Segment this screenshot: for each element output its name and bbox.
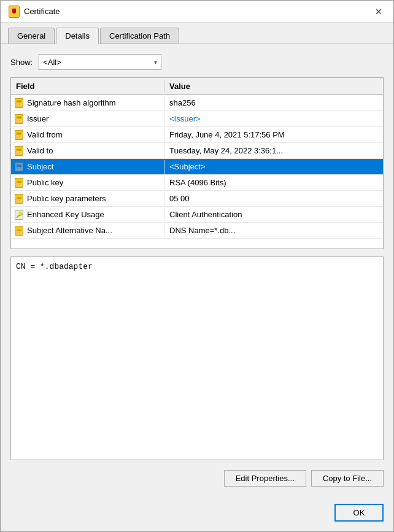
row-field-public-key: Public key <box>11 176 164 190</box>
row-field-valid-to: Valid to <box>11 144 164 158</box>
row-field-subject-alt: Subject Alternative Na... <box>11 224 164 237</box>
cert-icon <box>8 6 20 18</box>
edit-properties-button[interactable]: Edit Properties... <box>224 470 306 487</box>
tab-general[interactable]: General <box>8 28 55 44</box>
row-value-issuer: <Issuer> <box>164 113 383 125</box>
table-row[interactable]: Public key RSA (4096 Bits) <box>11 175 383 191</box>
row-value-subject: <Subject> <box>164 161 383 172</box>
doc-icon <box>14 114 25 125</box>
tab-details[interactable]: Details <box>56 28 99 44</box>
show-select-value: <All> <box>43 58 61 67</box>
doc-icon <box>14 177 25 188</box>
table-row[interactable]: Public key parameters 05 00 <box>11 191 383 207</box>
doc-icon <box>14 129 25 141</box>
table-row[interactable]: Valid to Tuesday, May 24, 2022 3:36:1... <box>11 143 383 159</box>
ok-button[interactable]: OK <box>334 504 384 522</box>
certificate-dialog: Certificate ✕ General Details Certificat… <box>0 0 394 532</box>
action-buttons: Edit Properties... Copy to File... <box>10 468 384 489</box>
row-field-enhanced-key: 🔑 Enhanced Key Usage <box>11 208 164 222</box>
copy-to-file-button[interactable]: Copy to File... <box>311 470 384 487</box>
row-value-enhanced-key: Client Authentication <box>164 209 383 220</box>
doc-blue-icon <box>14 161 25 172</box>
doc-icon <box>14 145 25 156</box>
chevron-down-icon: ▾ <box>154 59 157 66</box>
row-field-valid-from: Valid from <box>11 128 164 142</box>
doc-icon <box>14 193 25 204</box>
col-value-header: Value <box>164 80 383 92</box>
row-field-sig-hash: Signature hash algorithm <box>11 96 164 110</box>
title-bar: Certificate ✕ <box>1 1 393 23</box>
row-value-valid-from: Friday, June 4, 2021 5:17:56 PM <box>164 129 383 141</box>
table-row[interactable]: Valid from Friday, June 4, 2021 5:17:56 … <box>11 127 383 143</box>
table-row-selected[interactable]: Subject <Subject> <box>11 159 383 175</box>
ok-row: OK <box>1 499 393 531</box>
show-row: Show: <All> ▾ <box>10 54 384 70</box>
table-row[interactable]: 🔑 Enhanced Key Usage Client Authenticati… <box>11 207 383 223</box>
row-field-issuer: Issuer <box>11 112 164 126</box>
dialog-title: Certificate <box>24 7 60 16</box>
row-value-public-key: RSA (4096 Bits) <box>164 177 383 188</box>
row-field-public-key-params: Public key parameters <box>11 192 164 206</box>
detail-box: CN = *.dbadapter <box>10 256 384 460</box>
row-value-valid-to: Tuesday, May 24, 2022 3:36:1... <box>164 145 383 156</box>
row-field-subject: Subject <box>11 160 164 174</box>
row-value-sig-hash: sha256 <box>164 97 383 109</box>
tab-bar: General Details Certification Path <box>1 23 393 44</box>
field-table: Field Value Signature hash algorithm sha… <box>10 77 384 249</box>
row-value-public-key-params: 05 00 <box>164 193 383 204</box>
dialog-content: Show: <All> ▾ Field Value Signatur <box>1 44 393 499</box>
detail-content: CN = *.dbadapter <box>16 262 93 271</box>
table-row[interactable]: Issuer <Issuer> <box>11 111 383 127</box>
table-row[interactable]: Subject Alternative Na... DNS Name=*.db.… <box>11 223 383 239</box>
doc-icon <box>14 225 25 236</box>
table-header: Field Value <box>11 78 383 95</box>
show-select[interactable]: <All> ▾ <box>39 54 161 70</box>
show-label: Show: <box>10 58 33 67</box>
table-body: Signature hash algorithm sha256 Issuer <… <box>11 95 383 249</box>
close-button[interactable]: ✕ <box>371 4 386 19</box>
doc-icon <box>14 98 25 109</box>
table-row[interactable]: Signature hash algorithm sha256 <box>11 95 383 111</box>
col-field-header: Field <box>11 80 164 92</box>
key-icon: 🔑 <box>14 209 25 220</box>
row-value-subject-alt: DNS Name=*.db... <box>164 225 383 236</box>
tab-certification-path[interactable]: Certification Path <box>100 28 179 44</box>
title-bar-left: Certificate <box>8 6 60 18</box>
